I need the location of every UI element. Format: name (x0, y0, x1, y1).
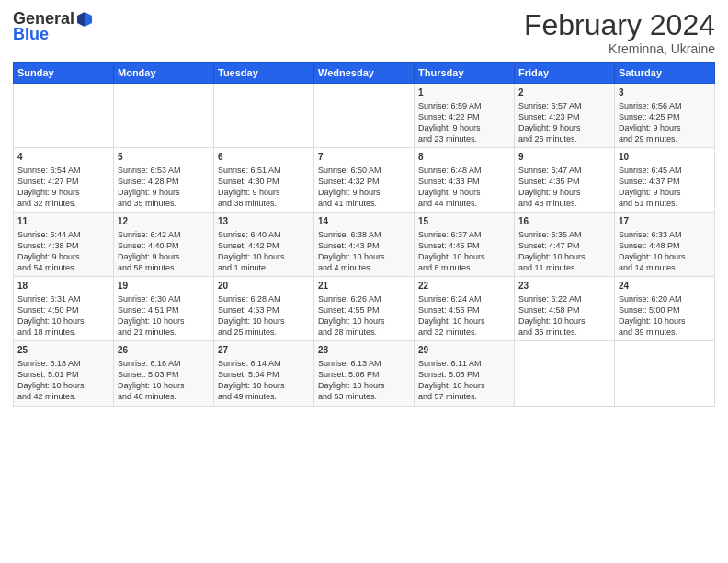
cell-text: Sunset: 5:00 PM (619, 304, 711, 316)
cell-text: and 48 minutes. (518, 198, 610, 209)
cell-text: and 41 minutes. (318, 198, 410, 209)
cell-text: and 32 minutes. (17, 198, 109, 209)
calendar-cell: 25Sunrise: 6:18 AMSunset: 5:01 PMDayligh… (14, 341, 114, 406)
calendar-cell (515, 341, 615, 406)
day-number: 20 (218, 280, 310, 293)
cell-text: and 46 minutes. (118, 391, 210, 402)
calendar-week-5: 25Sunrise: 6:18 AMSunset: 5:01 PMDayligh… (14, 341, 715, 406)
main-title: February 2024 (524, 9, 715, 41)
cell-text: Sunrise: 6:48 AM (418, 165, 510, 176)
calendar-cell: 22Sunrise: 6:24 AMSunset: 4:56 PMDayligh… (415, 277, 515, 341)
calendar-cell: 28Sunrise: 6:13 AMSunset: 5:06 PMDayligh… (314, 341, 415, 406)
cell-text: and 44 minutes. (418, 198, 510, 209)
cell-text: and 18 minutes. (17, 327, 109, 338)
cell-text: Sunrise: 6:40 AM (218, 229, 310, 240)
calendar-cell (114, 84, 214, 148)
cell-text: and 14 minutes. (619, 262, 711, 273)
cell-text: Daylight: 10 hours (118, 316, 210, 327)
day-number: 15 (418, 215, 510, 228)
calendar-cell: 3Sunrise: 6:56 AMSunset: 4:25 PMDaylight… (615, 84, 715, 148)
calendar-cell: 1Sunrise: 6:59 AMSunset: 4:22 PMDaylight… (415, 84, 515, 148)
cell-text: Daylight: 9 hours (218, 187, 310, 198)
cell-text: Daylight: 10 hours (518, 316, 610, 327)
calendar-body: 1Sunrise: 6:59 AMSunset: 4:22 PMDaylight… (14, 84, 715, 406)
cell-text: Sunset: 4:45 PM (418, 240, 510, 251)
cell-text: Sunrise: 6:45 AM (619, 165, 711, 176)
calendar-cell: 16Sunrise: 6:35 AMSunset: 4:47 PMDayligh… (515, 213, 615, 277)
calendar-table: Sunday Monday Tuesday Wednesday Thursday… (13, 62, 715, 406)
calendar-cell: 20Sunrise: 6:28 AMSunset: 4:53 PMDayligh… (214, 277, 314, 341)
day-number: 13 (218, 215, 310, 228)
cell-text: Sunset: 4:25 PM (619, 111, 711, 122)
col-saturday: Saturday (615, 63, 715, 84)
day-number: 7 (318, 151, 410, 164)
col-thursday: Thursday (415, 63, 515, 84)
cell-text: Daylight: 10 hours (318, 251, 410, 262)
cell-text: Sunrise: 6:22 AM (518, 293, 610, 304)
cell-text: Sunrise: 6:30 AM (118, 293, 210, 304)
cell-text: Sunrise: 6:20 AM (619, 293, 711, 304)
cell-text: Daylight: 10 hours (17, 380, 109, 391)
calendar-cell: 6Sunrise: 6:51 AMSunset: 4:30 PMDaylight… (214, 148, 314, 213)
day-number: 19 (118, 280, 210, 293)
calendar-cell: 5Sunrise: 6:53 AMSunset: 4:28 PMDaylight… (114, 148, 214, 213)
calendar-cell: 4Sunrise: 6:54 AMSunset: 4:27 PMDaylight… (14, 148, 114, 213)
cell-text: and 39 minutes. (619, 327, 711, 338)
col-sunday: Sunday (14, 63, 114, 84)
cell-text: and 42 minutes. (17, 391, 109, 402)
cell-text: Sunrise: 6:28 AM (218, 293, 310, 304)
cell-text: and 23 minutes. (418, 133, 510, 144)
day-number: 6 (218, 151, 310, 164)
cell-text: Daylight: 9 hours (17, 251, 109, 262)
day-number: 28 (318, 344, 410, 357)
calendar-cell: 15Sunrise: 6:37 AMSunset: 4:45 PMDayligh… (415, 213, 515, 277)
calendar-cell: 21Sunrise: 6:26 AMSunset: 4:55 PMDayligh… (314, 277, 415, 341)
cell-text: Daylight: 9 hours (518, 187, 610, 198)
cell-text: Sunset: 5:08 PM (418, 369, 510, 380)
cell-text: and 35 minutes. (518, 327, 610, 338)
calendar-cell (615, 341, 715, 406)
calendar-cell: 13Sunrise: 6:40 AMSunset: 4:42 PMDayligh… (214, 213, 314, 277)
cell-text: Daylight: 10 hours (218, 251, 310, 262)
cell-text: Sunset: 4:51 PM (118, 304, 210, 316)
cell-text: Daylight: 9 hours (518, 122, 610, 133)
day-number: 21 (318, 280, 410, 293)
col-friday: Friday (515, 63, 615, 84)
cell-text: Daylight: 9 hours (118, 187, 210, 198)
calendar-cell: 29Sunrise: 6:11 AMSunset: 5:08 PMDayligh… (415, 341, 515, 406)
day-number: 17 (619, 215, 711, 228)
cell-text: Sunset: 4:38 PM (17, 240, 109, 251)
cell-text: Sunrise: 6:57 AM (518, 100, 610, 111)
calendar-cell (214, 84, 314, 148)
cell-text: and 29 minutes. (619, 133, 711, 144)
calendar-week-2: 4Sunrise: 6:54 AMSunset: 4:27 PMDaylight… (14, 148, 715, 213)
cell-text: Daylight: 10 hours (218, 316, 310, 327)
cell-text: Daylight: 9 hours (418, 122, 510, 133)
calendar-cell (14, 84, 114, 148)
day-number: 18 (17, 280, 109, 293)
cell-text: Sunrise: 6:51 AM (218, 165, 310, 176)
day-number: 2 (518, 86, 610, 99)
cell-text: Sunset: 4:50 PM (17, 304, 109, 316)
cell-text: and 32 minutes. (418, 327, 510, 338)
cell-text: Sunset: 4:35 PM (518, 176, 610, 187)
cell-text: and 57 minutes. (418, 391, 510, 402)
cell-text: Sunset: 4:40 PM (118, 240, 210, 251)
cell-text: Sunrise: 6:24 AM (418, 293, 510, 304)
calendar-cell (314, 84, 415, 148)
cell-text: and 53 minutes. (318, 391, 410, 402)
cell-text: Sunset: 5:01 PM (17, 369, 109, 380)
subtitle: Kreminna, Ukraine (524, 41, 715, 56)
calendar-cell: 26Sunrise: 6:16 AMSunset: 5:03 PMDayligh… (114, 341, 214, 406)
cell-text: Sunset: 4:55 PM (318, 304, 410, 316)
cell-text: Sunset: 4:23 PM (518, 111, 610, 122)
day-number: 23 (518, 280, 610, 293)
day-number: 25 (17, 344, 109, 357)
cell-text: Sunset: 4:22 PM (418, 111, 510, 122)
day-number: 14 (318, 215, 410, 228)
cell-text: Daylight: 9 hours (619, 122, 711, 133)
day-number: 4 (17, 151, 109, 164)
cell-text: Sunset: 4:28 PM (118, 176, 210, 187)
header: General Blue February 2024 Kreminna, Ukr… (13, 9, 715, 56)
day-number: 5 (118, 151, 210, 164)
